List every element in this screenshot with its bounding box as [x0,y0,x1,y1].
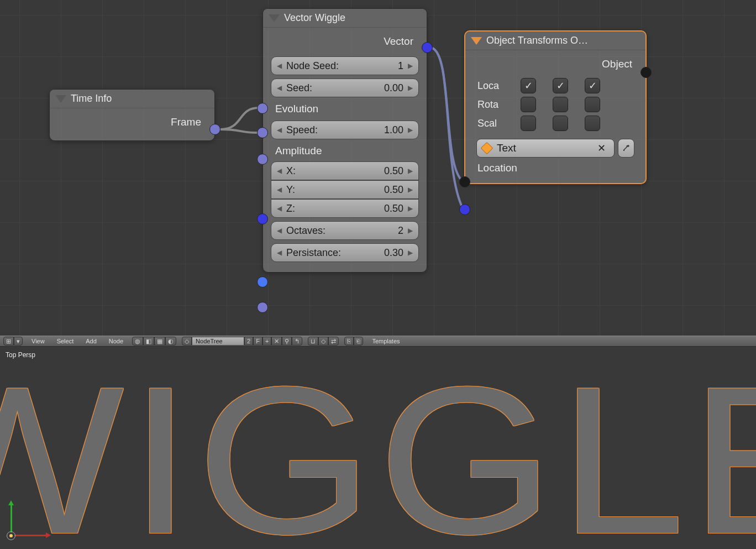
increment-icon[interactable]: ▶ [406,167,415,175]
shader-mode-icon[interactable]: ◍ [132,337,143,346]
increment-icon[interactable]: ▶ [406,62,415,70]
decrement-icon[interactable]: ◀ [275,167,284,175]
socket-object-in[interactable] [459,176,470,187]
auto-offset-icon[interactable]: ⇄ [328,337,339,346]
output-vector-label: Vector [271,32,419,53]
compositor-mode-icon[interactable]: ◧ [143,337,154,346]
nodetree-name[interactable]: NodeTree [192,337,244,346]
node-title: Time Info [71,93,112,104]
go-parent-icon[interactable]: ↰ [292,337,302,346]
decrement-icon[interactable]: ◀ [275,249,284,257]
field-persistance[interactable]: ◀ Persistance: 0.30 ▶ [271,243,419,262]
object-field[interactable]: Text ✕ [476,139,615,158]
decrement-icon[interactable]: ◀ [275,62,284,70]
fake-user-button[interactable]: F [253,337,262,346]
y-axis-icon [11,505,12,532]
origin-icon [7,531,15,540]
socket-seed-in[interactable] [257,103,268,114]
output-object-label: Object [473,55,638,76]
object-value: Text [497,142,589,154]
field-amp-y[interactable]: ◀ Y: 0.50 ▶ [271,180,419,199]
menu-view[interactable]: View [28,338,48,344]
rota-label: Rota [477,99,511,111]
scal-x-checkbox[interactable] [521,116,536,131]
socket-frame-out[interactable] [209,124,221,135]
increment-icon[interactable]: ▶ [406,84,415,92]
node-editor-header: ⊞ ▾ View Select Add Node ◍ ◧ ▦ ◐ ◇ NodeT… [0,336,756,347]
evolution-label: Evolution [271,101,419,117]
loca-y-checkbox[interactable] [553,78,568,93]
tree-users[interactable]: 2 [244,337,253,346]
axis-gizmo [7,496,51,540]
node-time-info[interactable]: Time Info Frame [49,89,215,141]
node-title: Object Transforms O… [486,35,588,46]
increment-icon[interactable]: ▶ [406,186,415,194]
node-header[interactable]: Object Transforms O… [465,32,645,50]
texture-mode-icon[interactable]: ▦ [154,337,165,346]
clear-icon[interactable]: ✕ [593,139,610,158]
loca-label: Loca [477,80,511,92]
eyedropper-icon[interactable] [618,139,634,158]
menu-node[interactable]: Node [106,338,127,344]
increment-icon[interactable]: ▶ [406,249,415,257]
menu-templates[interactable]: Templates [369,338,403,344]
field-octaves[interactable]: ◀ Octaves: 2 ▶ [271,221,419,240]
node-vector-wiggle[interactable]: Vector Wiggle Vector ◀ Node Seed: 1 ▶ ◀ … [262,8,427,273]
decrement-icon[interactable]: ◀ [275,205,284,212]
decrement-icon[interactable]: ◀ [275,126,284,134]
field-amp-z[interactable]: ◀ Z: 0.50 ▶ [271,199,419,218]
node-header[interactable]: Time Info [50,90,214,108]
decrement-icon[interactable]: ◀ [275,227,284,234]
scal-y-checkbox[interactable] [553,116,568,131]
pin-icon[interactable]: ⚲ [282,337,292,346]
socket-location-in[interactable] [459,204,470,215]
node-object-transforms[interactable]: Object Transforms O… Object Loca Rota Sc… [464,30,647,184]
snap-type-icon[interactable]: ◇ [318,337,328,346]
copy-icon[interactable]: ⎘ [344,337,354,346]
viewport-text-object[interactable]: WIGGLE [0,355,756,549]
loca-x-checkbox[interactable] [521,78,536,93]
editor-type-icon[interactable]: ⊞ [3,337,14,346]
node-title: Vector Wiggle [284,12,345,24]
field-seed[interactable]: ◀ Seed: 0.00 ▶ [271,79,419,97]
field-node-seed[interactable]: ◀ Node Seed: 1 ▶ [271,56,419,75]
increment-icon[interactable]: ▶ [406,126,415,134]
increment-icon[interactable]: ▶ [406,227,415,234]
x-axis-icon [14,535,46,536]
scal-label: Scal [477,118,511,129]
rota-z-checkbox[interactable] [585,97,600,112]
socket-evolution-in[interactable] [257,127,268,138]
loca-z-checkbox[interactable] [585,78,600,93]
socket-object-out[interactable] [641,67,652,78]
decrement-icon[interactable]: ◀ [275,84,284,92]
output-frame-label: Frame [57,113,207,134]
field-speed[interactable]: ◀ Speed: 1.00 ▶ [271,121,419,139]
node-header[interactable]: Vector Wiggle [263,9,427,28]
socket-amplitude-in[interactable] [257,213,268,224]
viewport-3d[interactable]: Top Persp WIGGLE [0,347,756,549]
collapse-icon[interactable] [471,37,482,45]
paste-icon[interactable]: ⎗ [354,337,363,346]
unlink-tree-icon[interactable]: ✕ [271,337,282,346]
node-editor-area[interactable]: Time Info Frame Vector Wiggle Vector ◀ N… [0,0,756,336]
socket-persistance-in[interactable] [257,302,268,313]
field-amp-x[interactable]: ◀ X: 0.50 ▶ [271,161,419,180]
rota-y-checkbox[interactable] [553,97,568,112]
rota-x-checkbox[interactable] [521,97,536,112]
animation-mode-icon[interactable]: ◐ [165,337,176,346]
add-tree-icon[interactable]: + [262,337,271,346]
decrement-icon[interactable]: ◀ [275,186,284,194]
editor-type-dropdown-icon[interactable]: ▾ [14,337,23,346]
object-icon [481,142,494,155]
snap-icon[interactable]: ⊔ [308,337,318,346]
tree-browse-icon[interactable]: ◇ [182,337,192,346]
increment-icon[interactable]: ▶ [406,205,415,212]
socket-octaves-in[interactable] [257,276,268,287]
socket-speed-in[interactable] [257,154,268,165]
collapse-icon[interactable] [55,95,66,103]
scal-z-checkbox[interactable] [585,116,600,131]
menu-select[interactable]: Select [54,338,77,344]
collapse-icon[interactable] [269,14,280,22]
menu-add[interactable]: Add [82,338,100,344]
socket-vector-out[interactable] [422,42,433,53]
